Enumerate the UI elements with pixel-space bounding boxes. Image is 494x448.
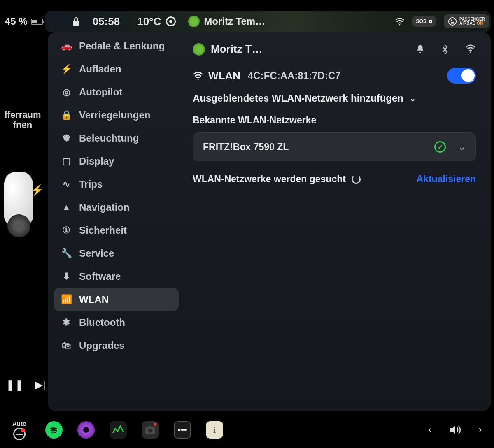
- airbag-icon: [448, 17, 457, 26]
- wlan-toggle[interactable]: [447, 68, 476, 84]
- sidebar-item-verriegelungen[interactable]: 🔒Verriegelungen: [54, 104, 179, 127]
- chevron-down-icon: ⌄: [409, 93, 416, 103]
- sidebar-item-icon: 🛍: [61, 340, 72, 351]
- climate-auto-button[interactable]: Auto: [12, 420, 26, 440]
- sidebar-item-display[interactable]: ▢Display: [54, 150, 179, 173]
- sos-dot-icon: [429, 20, 432, 23]
- bluetooth-icon[interactable]: [441, 44, 449, 55]
- media-controls: ❚❚ ▶|: [6, 378, 46, 391]
- add-hidden-network-button[interactable]: Ausgeblendetes WLAN-Netzwerk hinzufügen …: [193, 93, 476, 104]
- manual-app-icon[interactable]: i: [206, 421, 223, 439]
- sidebar-item-beleuchtung[interactable]: ✺Beleuchtung: [54, 127, 179, 150]
- sidebar-item-service[interactable]: 🔧Service: [54, 242, 179, 265]
- avatar-icon: [188, 16, 200, 27]
- battery-percent: 45 %: [5, 16, 28, 27]
- sidebar-item-label: Trips: [79, 179, 103, 190]
- dashcam-app-icon[interactable]: [77, 421, 95, 439]
- sidebar-item-trips[interactable]: ∿Trips: [54, 173, 179, 196]
- volume-down-button[interactable]: ‹: [429, 425, 431, 435]
- svg-point-0: [399, 24, 400, 26]
- settings-content: Moritz T… WLAN 4C:FC:AA:81:7D:C: [184, 32, 491, 411]
- svg-point-3: [470, 51, 471, 53]
- sidebar-item-wlan[interactable]: 📶WLAN: [54, 288, 179, 311]
- sidebar-item-label: Sicherheit: [79, 225, 127, 236]
- scanning-label: WLAN-Netzwerke werden gesucht: [193, 174, 346, 185]
- car-illustration[interactable]: ⚡: [4, 159, 41, 237]
- sidebar-item-icon: 📶: [61, 294, 72, 305]
- sidebar-item-navigation[interactable]: ▲Navigation: [54, 196, 179, 219]
- sentry-icon[interactable]: [166, 16, 176, 26]
- svg-point-1: [449, 18, 456, 25]
- sidebar-item-label: Navigation: [79, 202, 130, 213]
- sidebar-item-label: Aufladen: [79, 63, 121, 75]
- settings-panel: 🚗Pedale & Lenkung⚡Aufladen◎Autopilot🔒Ver…: [48, 32, 491, 411]
- energy-app-icon[interactable]: [110, 421, 127, 439]
- vehicle-column: fferraum fnen ⚡ ❚❚ ▶|: [0, 35, 45, 408]
- sos-label: SOS: [416, 19, 426, 24]
- volume-icon[interactable]: [449, 425, 461, 435]
- volume-up-button[interactable]: ›: [479, 425, 482, 435]
- more-apps-icon[interactable]: •••: [174, 421, 191, 439]
- airbag-badge: PASSENGER AIRBAG ON: [444, 14, 489, 28]
- profile-name: Moritz T…: [211, 43, 263, 56]
- sidebar-item-pedale-lenkung[interactable]: 🚗Pedale & Lenkung: [54, 35, 179, 58]
- steering-wheel-icon: [13, 428, 26, 440]
- trunk-open-button[interactable]: fferraum fnen: [4, 109, 41, 130]
- wlan-label: WLAN: [208, 70, 240, 82]
- sidebar-item-icon: ◎: [61, 87, 72, 97]
- battery-indicator: 45 %: [5, 16, 43, 27]
- sidebar-item-label: Service: [79, 248, 114, 259]
- sidebar-item-icon: ∿: [61, 179, 72, 190]
- sidebar-item-icon: ✱: [61, 317, 72, 328]
- sidebar-item-icon: ①: [61, 225, 72, 236]
- next-track-button[interactable]: ▶|: [35, 378, 46, 391]
- chevron-down-icon[interactable]: ⌄: [458, 142, 466, 152]
- airbag-line2: AIRBAG: [459, 21, 475, 26]
- auto-label: Auto: [12, 420, 26, 427]
- sidebar-item-icon: 🔒: [61, 110, 72, 121]
- sidebar-item-label: Software: [79, 271, 121, 282]
- sidebar-item-icon: ▲: [61, 202, 72, 213]
- sidebar-item-upgrades[interactable]: 🛍Upgrades: [54, 334, 179, 357]
- sidebar-item-icon: ✺: [61, 133, 72, 144]
- scanning-row: WLAN-Netzwerke werden gesucht Aktualisie…: [193, 174, 476, 185]
- sidebar-item-bluetooth[interactable]: ✱Bluetooth: [54, 311, 179, 334]
- profile-row[interactable]: Moritz T…: [193, 43, 476, 56]
- svg-point-4: [197, 79, 198, 80]
- sidebar-item-aufladen[interactable]: ⚡Aufladen: [54, 58, 179, 81]
- settings-sidebar: 🚗Pedale & Lenkung⚡Aufladen◎Autopilot🔒Ver…: [48, 32, 184, 411]
- lock-icon[interactable]: [72, 17, 80, 26]
- sidebar-item-icon: ▢: [61, 156, 72, 167]
- sidebar-item-label: Display: [79, 156, 114, 167]
- refresh-button[interactable]: Aktualisieren: [417, 174, 476, 185]
- known-networks-heading: Bekannte WLAN-Netzwerke: [193, 115, 476, 126]
- network-row[interactable]: FRITZ!Box 7590 ZL✓⌄: [193, 132, 476, 161]
- sidebar-item-label: Upgrades: [79, 340, 125, 351]
- sidebar-item-sicherheit[interactable]: ①Sicherheit: [54, 219, 179, 242]
- camera-app-icon[interactable]: [142, 421, 159, 439]
- airbag-state: ON: [477, 21, 483, 26]
- profile-chip[interactable]: Moritz Tem…: [188, 16, 265, 27]
- sidebar-item-autopilot[interactable]: ◎Autopilot: [54, 81, 179, 104]
- battery-icon: [31, 19, 43, 25]
- wifi-icon[interactable]: [465, 44, 476, 55]
- spotify-app-icon[interactable]: [45, 421, 63, 439]
- svg-rect-6: [148, 426, 151, 428]
- pause-button[interactable]: ❚❚: [6, 378, 24, 391]
- sidebar-item-icon: 🚗: [61, 41, 72, 51]
- svg-point-2: [451, 19, 452, 21]
- sos-badge[interactable]: SOS: [412, 16, 436, 27]
- connected-check-icon: ✓: [434, 141, 446, 153]
- network-name: FRITZ!Box 7590 ZL: [203, 142, 289, 153]
- sidebar-item-label: Pedale & Lenkung: [79, 40, 165, 52]
- bell-icon[interactable]: [416, 44, 425, 55]
- status-bar: 45 % 05:58 10°C Moritz Tem… SOS PASSENGE…: [0, 11, 494, 32]
- wifi-status-icon[interactable]: [395, 17, 405, 26]
- temperature: 10°C: [137, 15, 161, 28]
- dock: Auto ••• i ‹ ›: [0, 412, 494, 448]
- clock: 05:58: [93, 15, 120, 28]
- sidebar-item-software[interactable]: ⬇Software: [54, 265, 179, 288]
- sidebar-item-label: Beleuchtung: [79, 132, 139, 144]
- wifi-icon: [193, 71, 203, 80]
- sidebar-item-label: WLAN: [79, 294, 109, 305]
